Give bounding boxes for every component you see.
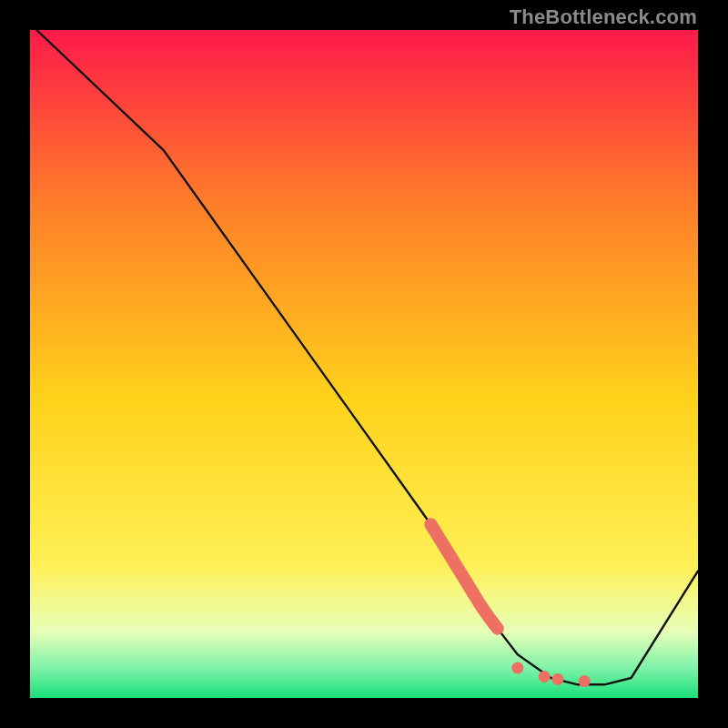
highlight-segment (430, 524, 497, 629)
trough-marker (551, 673, 563, 685)
watermark-text: TheBottleneck.com (510, 5, 697, 29)
bottleneck-curve (36, 30, 698, 684)
curve-layer (30, 30, 698, 698)
chart-frame: TheBottleneck.com (0, 0, 728, 728)
trough-markers (511, 662, 590, 688)
trough-marker (579, 675, 591, 687)
trough-marker (511, 662, 523, 674)
trough-marker (539, 671, 551, 682)
plot-area (30, 30, 698, 698)
